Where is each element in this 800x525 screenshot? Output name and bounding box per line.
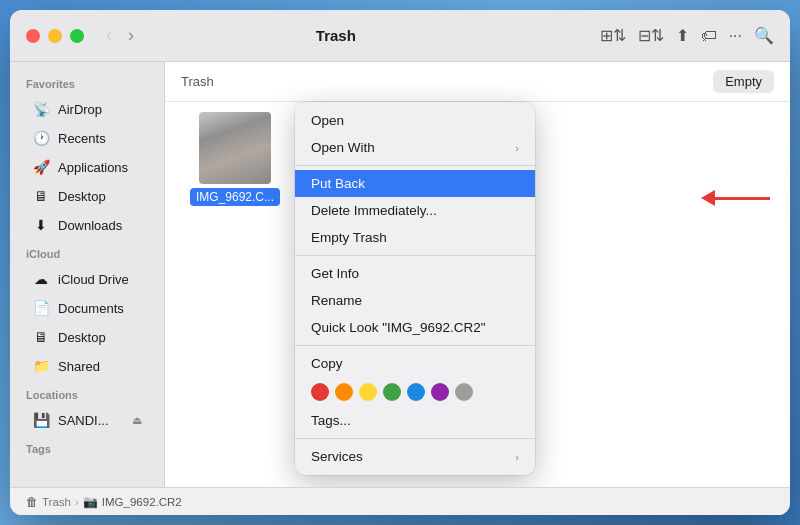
- sidebar-item-label: Applications: [58, 160, 128, 175]
- file-label[interactable]: IMG_9692.C...: [190, 188, 280, 206]
- empty-button[interactable]: Empty: [713, 70, 774, 93]
- drive-icon: 💾: [32, 411, 50, 429]
- main-content: Favorites 📡 AirDrop 🕐 Recents 🚀 Applicat…: [10, 62, 790, 487]
- menu-item-tags[interactable]: Tags...: [295, 407, 535, 434]
- color-red[interactable]: [311, 383, 329, 401]
- close-button[interactable]: [26, 29, 40, 43]
- status-file-name: IMG_9692.CR2: [102, 496, 182, 508]
- trash-icon: 🗑: [26, 495, 38, 509]
- airdrop-icon: 📡: [32, 100, 50, 118]
- menu-color-tags: [295, 377, 535, 407]
- view-icon[interactable]: ⊞⇅: [600, 26, 626, 45]
- arrow-line: [715, 197, 770, 200]
- menu-item-open-with[interactable]: Open With ›: [295, 134, 535, 161]
- applications-icon: 🚀: [32, 158, 50, 176]
- sidebar-item-label: Recents: [58, 131, 106, 146]
- sidebar-item-label: Documents: [58, 301, 124, 316]
- sidebar-item-downloads[interactable]: ⬇ Downloads: [16, 211, 158, 239]
- color-orange[interactable]: [335, 383, 353, 401]
- minimize-button[interactable]: [48, 29, 62, 43]
- chevron-right-icon: ›: [515, 142, 519, 154]
- sidebar-item-label: Shared: [58, 359, 100, 374]
- menu-divider-2: [295, 255, 535, 256]
- title-bar: ‹ › Trash ⊞⇅ ⊟⇅ ⬆ 🏷 ··· 🔍: [10, 10, 790, 62]
- menu-item-rename[interactable]: Rename: [295, 287, 535, 314]
- menu-divider-3: [295, 345, 535, 346]
- toolbar-right: ⊞⇅ ⊟⇅ ⬆ 🏷 ··· 🔍: [600, 26, 774, 45]
- status-bar: 🗑 Trash › 📷 IMG_9692.CR2: [10, 487, 790, 515]
- sidebar: Favorites 📡 AirDrop 🕐 Recents 🚀 Applicat…: [10, 62, 165, 487]
- file-thumbnail[interactable]: [199, 112, 271, 184]
- menu-item-get-info[interactable]: Get Info: [295, 260, 535, 287]
- sidebar-item-desktop[interactable]: 🖥 Desktop: [16, 182, 158, 210]
- file-thumbnail-image: [199, 112, 271, 184]
- color-blue[interactable]: [407, 383, 425, 401]
- share-icon[interactable]: ⬆: [676, 26, 689, 45]
- menu-item-put-back[interactable]: Put Back: [295, 170, 535, 197]
- view-grid-icon[interactable]: ⊟⇅: [638, 26, 664, 45]
- icloud-label: iCloud: [10, 240, 164, 264]
- sidebar-item-label: Desktop: [58, 189, 106, 204]
- desktop-icloud-icon: 🖥: [32, 328, 50, 346]
- sidebar-item-applications[interactable]: 🚀 Applications: [16, 153, 158, 181]
- documents-icon: 📄: [32, 299, 50, 317]
- more-icon[interactable]: ···: [729, 27, 742, 45]
- tags-label: Tags: [10, 435, 164, 459]
- file-icon: 📷: [83, 495, 98, 509]
- icloud-drive-icon: ☁: [32, 270, 50, 288]
- context-menu: Open Open With › Put Back Delete Immedia…: [295, 102, 535, 475]
- chevron-right-icon-2: ›: [515, 451, 519, 463]
- sidebar-item-shared[interactable]: 📁 Shared: [16, 352, 158, 380]
- file-area-header: Trash Empty: [165, 62, 790, 102]
- downloads-icon: ⬇: [32, 216, 50, 234]
- breadcrumb: Trash: [42, 496, 71, 508]
- sidebar-item-label: Downloads: [58, 218, 122, 233]
- sidebar-item-label: iCloud Drive: [58, 272, 129, 287]
- favorites-label: Favorites: [10, 70, 164, 94]
- sidebar-item-label: Desktop: [58, 330, 106, 345]
- shared-icon: 📁: [32, 357, 50, 375]
- menu-divider-4: [295, 438, 535, 439]
- recents-icon: 🕐: [32, 129, 50, 147]
- file-icon-container: IMG_9692.C...: [195, 112, 275, 206]
- menu-item-quick-look[interactable]: Quick Look "IMG_9692.CR2": [295, 314, 535, 341]
- locations-label: Locations: [10, 381, 164, 405]
- menu-item-copy[interactable]: Copy: [295, 350, 535, 377]
- search-icon[interactable]: 🔍: [754, 26, 774, 45]
- sidebar-item-desktop-icloud[interactable]: 🖥 Desktop: [16, 323, 158, 351]
- window-title: Trash: [72, 27, 600, 44]
- sidebar-item-documents[interactable]: 📄 Documents: [16, 294, 158, 322]
- sidebar-item-label: AirDrop: [58, 102, 102, 117]
- sidebar-item-recents[interactable]: 🕐 Recents: [16, 124, 158, 152]
- color-purple[interactable]: [431, 383, 449, 401]
- menu-item-empty-trash[interactable]: Empty Trash: [295, 224, 535, 251]
- file-area-title: Trash: [181, 74, 214, 89]
- color-yellow[interactable]: [359, 383, 377, 401]
- menu-divider-1: [295, 165, 535, 166]
- eject-icon[interactable]: ⏏: [132, 414, 142, 427]
- menu-item-delete-immediately[interactable]: Delete Immediately...: [295, 197, 535, 224]
- tag-icon[interactable]: 🏷: [701, 27, 717, 45]
- file-area: Trash Empty IMG_9692.C... Open Open With…: [165, 62, 790, 487]
- color-green[interactable]: [383, 383, 401, 401]
- sidebar-item-label: SANDI...: [58, 413, 109, 428]
- menu-item-open[interactable]: Open: [295, 107, 535, 134]
- menu-item-services[interactable]: Services ›: [295, 443, 535, 470]
- sidebar-item-airdrop[interactable]: 📡 AirDrop: [16, 95, 158, 123]
- red-arrow: [701, 190, 770, 206]
- color-gray[interactable]: [455, 383, 473, 401]
- desktop-icon: 🖥: [32, 187, 50, 205]
- finder-window: ‹ › Trash ⊞⇅ ⊟⇅ ⬆ 🏷 ··· 🔍 Favorites 📡 Ai…: [10, 10, 790, 515]
- sidebar-item-sandi[interactable]: 💾 SANDI... ⏏: [16, 406, 158, 434]
- arrow-head: [701, 190, 715, 206]
- sidebar-item-icloud-drive[interactable]: ☁ iCloud Drive: [16, 265, 158, 293]
